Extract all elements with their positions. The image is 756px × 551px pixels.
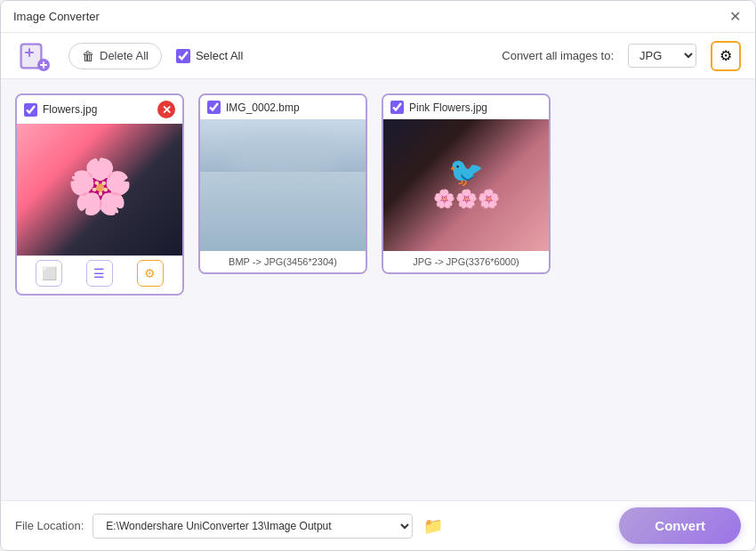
add-image-button[interactable] [15, 36, 54, 76]
card-remove-button[interactable]: ✕ [157, 101, 175, 118]
select-all-checkbox[interactable] [176, 49, 190, 63]
card-checkbox[interactable] [390, 101, 404, 114]
select-all-label[interactable]: Select All [176, 49, 243, 63]
select-all-text: Select All [196, 49, 243, 62]
card-header: Pink Flowers.jpg [383, 95, 549, 119]
format-select[interactable]: JPG PNG BMP GIF TIFF WEBP [628, 44, 696, 68]
card-filename: Pink Flowers.jpg [409, 101, 542, 114]
card-thumbnail [200, 119, 366, 251]
file-path-select[interactable]: E:\Wondershare UniConverter 13\Image Out… [92, 514, 413, 539]
svg-rect-1 [22, 45, 40, 67]
list-button[interactable]: ☰ [86, 260, 113, 287]
card-header: IMG_0002.bmp [200, 95, 366, 119]
crop-button[interactable]: ⬜ [36, 260, 62, 287]
convert-all-label: Convert all images to: [502, 49, 614, 62]
card-thumbnail [17, 124, 182, 255]
card-filename: Flowers.jpg [43, 103, 152, 116]
image-card: Pink Flowers.jpg JPG -> JPG(3376*6000) [382, 93, 551, 274]
file-location-label: File Location: [15, 519, 84, 532]
card-checkbox[interactable] [207, 101, 221, 114]
close-button[interactable]: ✕ [727, 9, 743, 25]
card-conversion-info: BMP -> JPG(3456*2304) [200, 251, 366, 272]
image-card: Flowers.jpg ✕ ⬜ ☰ ⚙ [15, 93, 184, 296]
delete-all-button[interactable]: 🗑 Delete All [68, 43, 162, 69]
card-actions: ⬜ ☰ ⚙ [17, 255, 182, 294]
settings-button[interactable]: ⚙ [711, 41, 741, 71]
card-settings-button[interactable]: ⚙ [137, 260, 164, 287]
card-conversion-info: JPG -> JPG(3376*6000) [383, 251, 549, 272]
browse-folder-button[interactable]: 📁 [420, 513, 446, 539]
trash-icon: 🗑 [82, 49, 94, 63]
card-header: Flowers.jpg ✕ [17, 95, 182, 124]
card-checkbox[interactable] [24, 103, 37, 117]
card-filename: IMG_0002.bmp [226, 101, 358, 114]
delete-all-label: Delete All [100, 49, 149, 62]
image-card: IMG_0002.bmp BMP -> JPG(3456*2304) [198, 93, 367, 274]
main-window: Image Converter ✕ 🗑 Delete All Select Al… [0, 0, 756, 551]
title-bar: Image Converter ✕ [1, 1, 755, 33]
card-thumbnail [383, 119, 549, 251]
toolbar: 🗑 Delete All Select All Convert all imag… [1, 33, 755, 79]
images-grid: Flowers.jpg ✕ ⬜ ☰ ⚙ IMG_0002.bmp BMP -> … [15, 93, 741, 296]
bottom-bar: File Location: E:\Wondershare UniConvert… [1, 500, 755, 550]
content-area: Flowers.jpg ✕ ⬜ ☰ ⚙ IMG_0002.bmp BMP -> … [1, 79, 755, 500]
gear-icon: ⚙ [720, 47, 732, 64]
convert-button[interactable]: Convert [619, 507, 741, 544]
window-title: Image Converter [13, 10, 100, 23]
